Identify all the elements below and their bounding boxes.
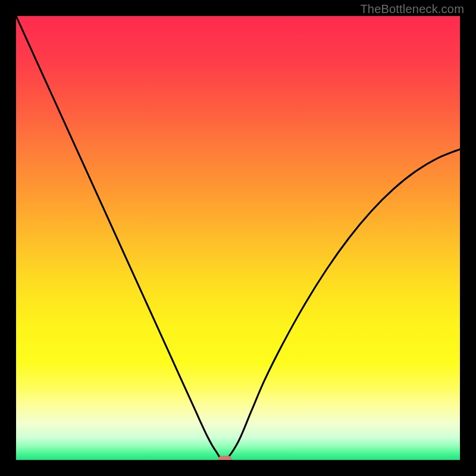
curve-path <box>16 16 460 460</box>
plot-area <box>16 16 460 460</box>
chart-stage: TheBottleneck.com <box>0 0 476 476</box>
watermark-text: TheBottleneck.com <box>360 2 464 16</box>
bottleneck-curve <box>16 16 460 460</box>
minimum-marker <box>218 456 232 460</box>
